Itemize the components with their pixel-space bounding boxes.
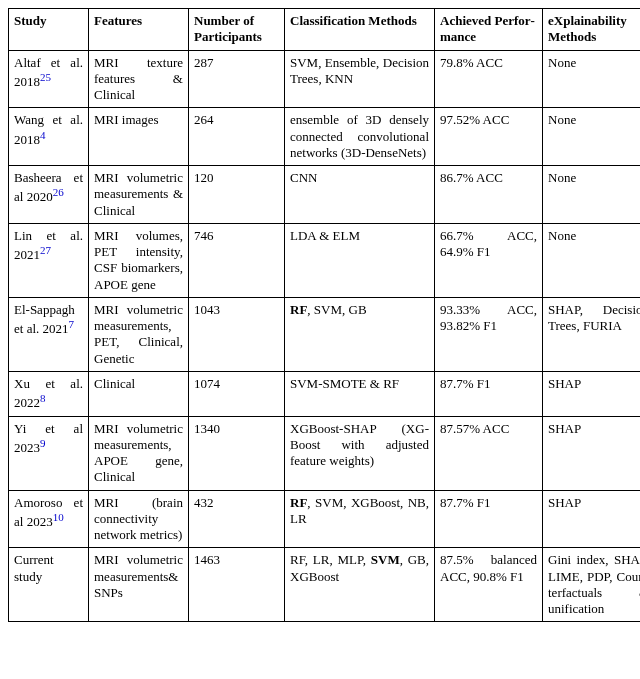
cell-class: RF, SVM, XGBoost, NB, LR	[285, 490, 435, 548]
cell-xai: Gini index, SHAP, LIME, PDP, Coun­terfac…	[543, 548, 641, 622]
cell-xai: None	[543, 50, 641, 108]
cell-class: ensemble of 3D densely connected con­vol…	[285, 108, 435, 166]
citation-link[interactable]: 10	[53, 511, 64, 523]
cell-perf: 93.33% ACC, 93.82% F1	[435, 297, 543, 371]
citation-link[interactable]: 9	[40, 437, 46, 449]
table-header-row: Study Features Number of Participants Cl…	[9, 9, 641, 51]
cell-num: 1074	[189, 371, 285, 416]
col-features: Features	[89, 9, 189, 51]
cell-xai: None	[543, 166, 641, 224]
cell-study: Current study	[9, 548, 89, 622]
cell-features: MRI vol­umetric measure­ments& SNPs	[89, 548, 189, 622]
cell-class: SVM, Ensemble, Deci­sion Trees, KNN	[285, 50, 435, 108]
cell-features: MRI vol­umetric measure­ments, APOE gene…	[89, 416, 189, 490]
cell-study: Amoroso et al 202310	[9, 490, 89, 548]
cell-num: 1463	[189, 548, 285, 622]
col-study: Study	[9, 9, 89, 51]
citation-link[interactable]: 4	[40, 129, 46, 141]
cell-study: Lin et al. 202127	[9, 223, 89, 297]
cell-class: LDA & ELM	[285, 223, 435, 297]
cell-xai: None	[543, 108, 641, 166]
cell-xai: SHAP	[543, 371, 641, 416]
table-row: Lin et al. 202127MRI volumes, PET intens…	[9, 223, 641, 297]
cell-class: CNN	[285, 166, 435, 224]
cell-study: Xu et al. 20228	[9, 371, 89, 416]
table-row: Wang et al. 20184MRI images264ensemble o…	[9, 108, 641, 166]
cell-num: 287	[189, 50, 285, 108]
cell-xai: SHAP, De­cision Trees, FURIA	[543, 297, 641, 371]
cell-num: 746	[189, 223, 285, 297]
table-row: Current studyMRI vol­umetric measure­men…	[9, 548, 641, 622]
cell-features: MRI volu­metric mea­surements & Clinical	[89, 166, 189, 224]
cell-perf: 87.5% balanced ACC, 90.8% F1	[435, 548, 543, 622]
cell-class: XGBoost-SHAP (XG­Boost with adjusted fea…	[285, 416, 435, 490]
col-xai: eXplainability Methods	[543, 9, 641, 51]
cell-features: Clinical	[89, 371, 189, 416]
cell-perf: 97.52% ACC	[435, 108, 543, 166]
cell-num: 1043	[189, 297, 285, 371]
table-row: El-Sappagh et al. 20217MRI volu­metric m…	[9, 297, 641, 371]
cell-features: MRI texture features & Clinical	[89, 50, 189, 108]
table-row: Xu et al. 20228Clinical1074SVM-SMOTE & R…	[9, 371, 641, 416]
cell-xai: SHAP	[543, 490, 641, 548]
col-num: Number of Participants	[189, 9, 285, 51]
cell-class: RF, SVM, GB	[285, 297, 435, 371]
cell-class: RF, LR, MLP, SVM, GB, XGBoost	[285, 548, 435, 622]
table-row: Yi et al 20239MRI vol­umetric measure­me…	[9, 416, 641, 490]
cell-num: 120	[189, 166, 285, 224]
cell-study: El-Sappagh et al. 20217	[9, 297, 89, 371]
col-perf: Achieved Perfor­mance	[435, 9, 543, 51]
cell-study: Yi et al 20239	[9, 416, 89, 490]
cell-features: MRI volumes, PET intensity, CSF biomark­…	[89, 223, 189, 297]
cell-perf: 86.7% ACC	[435, 166, 543, 224]
cell-num: 264	[189, 108, 285, 166]
best-classifier: SVM	[371, 552, 400, 567]
cell-features: MRI volu­metric mea­surements, PET, Clin…	[89, 297, 189, 371]
cell-num: 1340	[189, 416, 285, 490]
cell-study: Basheera et al 202026	[9, 166, 89, 224]
cell-perf: 87.57% ACC	[435, 416, 543, 490]
best-classifier: RF	[290, 495, 307, 510]
cell-study: Altaf et al. 201825	[9, 50, 89, 108]
citation-link[interactable]: 26	[53, 186, 64, 198]
table-row: Altaf et al. 201825MRI texture features …	[9, 50, 641, 108]
cell-perf: 87.7% F1	[435, 490, 543, 548]
table-row: Basheera et al 202026MRI volu­metric mea…	[9, 166, 641, 224]
cell-perf: 79.8% ACC	[435, 50, 543, 108]
cell-num: 432	[189, 490, 285, 548]
cell-xai: None	[543, 223, 641, 297]
citation-link[interactable]: 25	[40, 71, 51, 83]
cell-class: SVM-SMOTE & RF	[285, 371, 435, 416]
cell-xai: SHAP	[543, 416, 641, 490]
citation-link[interactable]: 7	[69, 318, 75, 330]
cell-perf: 66.7% ACC, 64.9% F1	[435, 223, 543, 297]
comparison-table: Study Features Number of Participants Cl…	[8, 8, 640, 622]
cell-study: Wang et al. 20184	[9, 108, 89, 166]
citation-link[interactable]: 27	[40, 244, 51, 256]
cell-perf: 87.7% F1	[435, 371, 543, 416]
cell-features: MRI (brain connectivity network met­rics…	[89, 490, 189, 548]
cell-features: MRI images	[89, 108, 189, 166]
best-classifier: RF	[290, 302, 307, 317]
col-class: Classification Meth­ods	[285, 9, 435, 51]
citation-link[interactable]: 8	[40, 392, 46, 404]
table-row: Amoroso et al 202310MRI (brain connectiv…	[9, 490, 641, 548]
